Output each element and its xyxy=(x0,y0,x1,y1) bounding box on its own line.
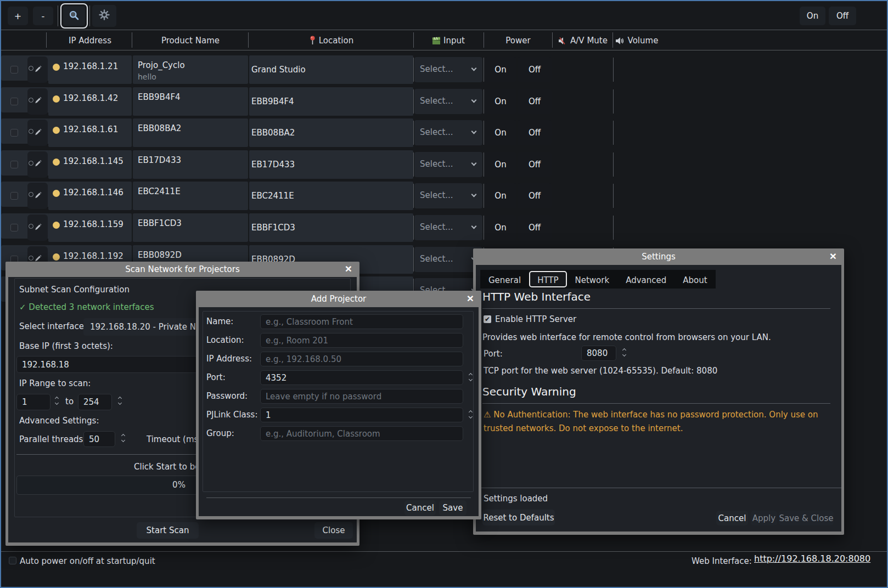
web-interface-label: Web Interface: xyxy=(692,556,752,566)
spinner-arrows[interactable] xyxy=(53,397,60,404)
ip-address: 192.168.1.61 xyxy=(63,125,118,134)
product-cell: EBBF1CD3 xyxy=(133,213,248,242)
cancel-button[interactable]: Cancel xyxy=(404,500,436,516)
mute-state-icon xyxy=(29,161,33,166)
spinner-arrows[interactable] xyxy=(467,374,474,381)
range-from-spinbox[interactable] xyxy=(16,394,50,410)
input-source-select[interactable]: Select... xyxy=(414,120,482,145)
spinner-arrows[interactable] xyxy=(467,411,474,418)
tab-about[interactable]: About xyxy=(675,271,715,287)
scan-network-button[interactable] xyxy=(63,6,85,26)
row-power-on-button[interactable]: On xyxy=(485,57,516,82)
row-power-on-button[interactable]: On xyxy=(485,183,516,208)
parallel-threads-spinbox[interactable] xyxy=(83,431,115,447)
row-checkbox[interactable] xyxy=(10,192,18,200)
spinner-arrows[interactable] xyxy=(116,397,123,404)
status-dot-icon xyxy=(53,64,60,71)
remove-projector-button[interactable]: - xyxy=(33,7,53,25)
all-power-off-button[interactable]: Off xyxy=(829,7,856,25)
port-spinbox[interactable] xyxy=(581,346,616,361)
input-source-select[interactable]: Select... xyxy=(414,89,482,114)
start-scan-button[interactable]: Start Scan xyxy=(137,522,199,539)
product-name: EBB0892D xyxy=(133,245,248,260)
location-cell: EB17D433 xyxy=(249,150,413,179)
location-input[interactable] xyxy=(260,333,463,348)
status-dot-icon xyxy=(53,190,60,197)
column-header-product[interactable]: Product Name xyxy=(133,31,248,50)
column-header-volume[interactable]: Volume xyxy=(614,31,660,50)
save-and-close-button[interactable]: Save & Close xyxy=(779,511,834,525)
row-checkbox[interactable] xyxy=(10,66,18,74)
ip-cell: 192.168.1.146 xyxy=(48,182,132,210)
column-header-av-mute[interactable]: A/V Mute xyxy=(553,31,612,50)
row-power-off-button[interactable]: Off xyxy=(518,57,552,82)
column-header-location[interactable]: Location xyxy=(249,31,413,50)
dialog-title-bar[interactable]: Add Projector × xyxy=(196,291,481,307)
chevron-down-icon xyxy=(471,224,477,229)
password-input[interactable] xyxy=(260,389,463,404)
input-source-select[interactable]: Select... xyxy=(414,215,482,240)
header-separator xyxy=(552,32,553,48)
apply-button[interactable]: Apply xyxy=(751,511,777,525)
row-checkbox[interactable] xyxy=(10,224,18,231)
row-power-off-button[interactable]: Off xyxy=(518,152,552,177)
dialog-title-bar[interactable]: Settings × xyxy=(473,248,844,265)
name-input[interactable] xyxy=(260,314,463,329)
row-power-off-button[interactable]: Off xyxy=(518,89,552,114)
close-icon[interactable]: × xyxy=(342,261,355,276)
scan-status-text: Click Start to be xyxy=(134,462,200,472)
row-power-off-button[interactable]: Off xyxy=(518,183,552,208)
spinner-arrows[interactable] xyxy=(621,349,627,356)
settings-button[interactable] xyxy=(92,5,116,27)
tab-network[interactable]: Network xyxy=(567,271,618,287)
header-separator xyxy=(484,32,484,48)
tab-advanced[interactable]: Advanced xyxy=(617,271,675,287)
close-icon[interactable]: × xyxy=(464,290,477,307)
ip-address: 192.168.1.146 xyxy=(63,188,123,197)
input-source-select[interactable]: Select... xyxy=(414,152,482,177)
cancel-button[interactable]: Cancel xyxy=(716,511,748,525)
column-header-ip[interactable]: IP Address xyxy=(48,31,132,50)
column-header-power[interactable]: Power xyxy=(485,31,552,50)
tab-general[interactable]: General xyxy=(480,271,529,287)
row-power-off-button[interactable]: Off xyxy=(518,215,552,240)
reset-defaults-button[interactable]: Reset to Defaults xyxy=(482,510,555,525)
enable-http-checkbox[interactable]: ✔ xyxy=(484,315,491,323)
pencil-icon xyxy=(33,128,42,137)
pjlink-class-input[interactable] xyxy=(260,408,463,422)
range-to-spinbox[interactable] xyxy=(78,394,112,410)
close-button[interactable]: Close xyxy=(314,522,353,539)
add-projector-button[interactable]: + xyxy=(8,7,28,25)
cell-separator xyxy=(484,121,484,145)
port-input[interactable] xyxy=(260,370,463,385)
group-input[interactable] xyxy=(260,426,463,441)
status-dot-icon xyxy=(53,127,60,134)
all-power-on-button[interactable]: On xyxy=(800,7,825,25)
row-power-on-button[interactable]: On xyxy=(485,120,516,145)
row-power-off-button[interactable]: Off xyxy=(518,120,552,145)
header-divider xyxy=(1,50,887,50)
row-checkbox[interactable] xyxy=(10,98,18,105)
row-checkbox[interactable] xyxy=(10,161,18,168)
spinner-arrows[interactable] xyxy=(120,434,126,442)
web-interface-link[interactable]: http://192.168.18.20:8080 xyxy=(754,553,870,564)
input-source-select[interactable]: Select... xyxy=(414,183,482,208)
input-source-select[interactable]: Select... xyxy=(414,57,482,82)
ip-address-input[interactable] xyxy=(260,352,463,366)
chevron-down-icon xyxy=(471,192,477,197)
row-power-on-button[interactable]: On xyxy=(485,215,516,240)
auto-power-checkbox[interactable] xyxy=(9,557,16,564)
dialog-title-bar[interactable]: Scan Network for Projectors × xyxy=(5,262,359,277)
save-button[interactable]: Save xyxy=(439,500,467,516)
row-power-on-button[interactable]: On xyxy=(485,89,516,114)
row-power-on-button[interactable]: On xyxy=(485,152,516,177)
close-icon[interactable]: × xyxy=(827,248,840,264)
tab-http[interactable]: HTTP xyxy=(529,271,566,287)
projector-control-window: + - On Off IP Address Product Name xyxy=(0,0,888,588)
input-source-select[interactable]: Select... xyxy=(414,247,482,272)
projector-row: 192.168.1.42 EBB9B4F4 EBB9B4F4 Select...… xyxy=(1,87,888,116)
cell-separator xyxy=(413,184,414,208)
column-header-input[interactable]: Input xyxy=(414,31,482,50)
projector-row: 192.168.1.61 EBB08BA2 EBB08BA2 Select...… xyxy=(1,118,888,147)
row-checkbox[interactable] xyxy=(10,129,18,137)
